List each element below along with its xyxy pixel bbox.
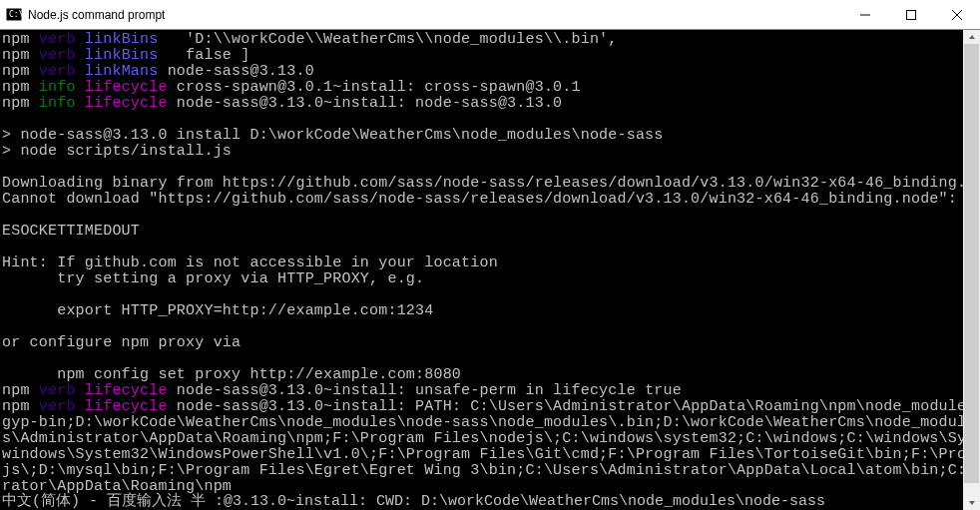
minimize-button[interactable] (842, 0, 888, 29)
terminal-line: Hint: If github.com is not accessible in… (2, 255, 980, 271)
scroll-up-arrow[interactable] (963, 30, 980, 44)
close-button[interactable] (934, 0, 980, 29)
terminal-line: > node scripts/install.js (2, 144, 980, 160)
terminal-line: windows\System32\WindowsPowerShell\v1.0\… (2, 447, 980, 463)
terminal-line: js\;D:\mysql\bin;F:\Program Files\Egret\… (2, 463, 980, 479)
maximize-button[interactable] (888, 0, 934, 29)
ime-status-bar: 中文(简体) - 百度输入法 半 :@3.13.0~install: CWD: … (0, 494, 825, 510)
terminal-line: export HTTP_PROXY=http://example.com:123… (2, 303, 980, 319)
cmd-icon: C:\ (6, 7, 22, 23)
terminal-line (2, 240, 980, 255)
terminal-line: npm config set proxy http://example.com:… (2, 367, 980, 383)
window-buttons (842, 0, 980, 29)
scroll-down-arrow[interactable] (963, 496, 980, 510)
terminal-output[interactable]: npm verb linkBins 'D:\\workCode\\Weather… (0, 30, 980, 510)
terminal-line: > node-sass@3.13.0 install D:\workCode\W… (2, 128, 980, 144)
terminal-line (2, 112, 980, 128)
terminal-line: npm verb linkBins 'D:\\workCode\\Weather… (2, 32, 980, 48)
svg-marker-7 (969, 501, 975, 505)
terminal-line (2, 351, 980, 367)
terminal-line (2, 160, 980, 176)
terminal-line: s\Administrator\AppData\Roaming\npm;F:\P… (2, 431, 980, 447)
terminal-line: npm verb lifecycle node-sass@3.13.0~inst… (2, 399, 980, 415)
window-title: Node.js command prompt (28, 8, 842, 22)
svg-marker-6 (969, 35, 975, 39)
terminal-line: ESOCKETTIMEDOUT (2, 224, 980, 240)
terminal-line: npm info lifecycle cross-spawn@3.0.1~ins… (2, 80, 980, 96)
terminal-line: npm verb linkBins false ] (2, 48, 980, 64)
terminal-line: npm verb linkMans node-sass@3.13.0 (2, 64, 980, 80)
terminal-line: npm info lifecycle node-sass@3.13.0~inst… (2, 96, 980, 112)
terminal-line: Downloading binary from https://github.c… (2, 176, 980, 192)
svg-rect-3 (907, 10, 916, 19)
terminal-line: or configure npm proxy via (2, 335, 980, 351)
terminal-line: npm verb lifecycle node-sass@3.13.0~inst… (2, 383, 980, 399)
titlebar: C:\ Node.js command prompt (0, 0, 980, 30)
scroll-thumb[interactable] (964, 44, 979, 483)
terminal-line: try setting a proxy via HTTP_PROXY, e.g. (2, 271, 980, 287)
terminal-line (2, 287, 980, 303)
terminal-line: gyp-bin;D:\workCode\WeatherCms\node_modu… (2, 415, 980, 431)
svg-text:C:\: C:\ (9, 10, 22, 19)
terminal-line (2, 319, 980, 335)
scrollbar[interactable] (963, 30, 980, 510)
terminal-line (2, 208, 980, 224)
terminal-line: Cannot download "https://github.com/sass… (2, 192, 980, 208)
